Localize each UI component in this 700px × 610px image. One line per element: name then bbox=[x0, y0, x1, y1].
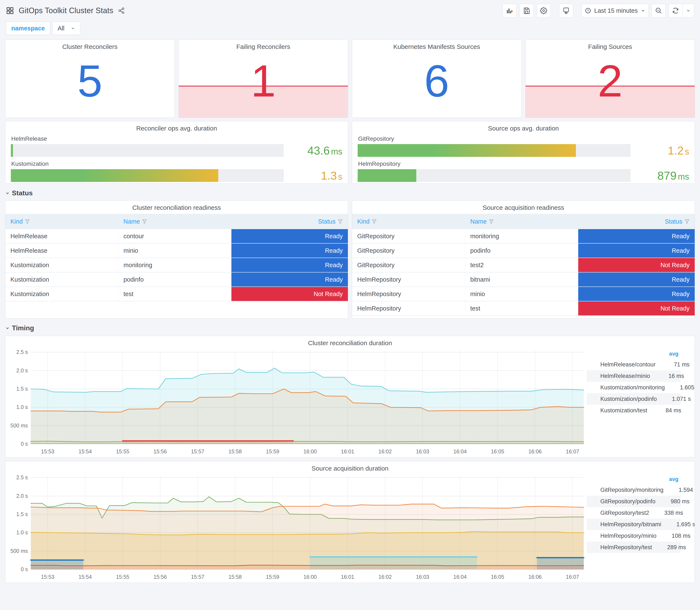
gauge-value: 879ms bbox=[636, 169, 689, 182]
stat-panel-3: Kubernetes Manifests Sources6 bbox=[352, 39, 521, 118]
status-badge: Not Ready bbox=[578, 301, 695, 316]
legend-series-name: HelmRelease/contour bbox=[600, 361, 655, 368]
dashboard-settings-button[interactable] bbox=[537, 4, 551, 17]
svg-text:16:07: 16:07 bbox=[566, 448, 579, 454]
column-header-label: Kind bbox=[357, 218, 370, 225]
filter-funnel-icon[interactable] bbox=[684, 219, 689, 224]
svg-text:16:01: 16:01 bbox=[341, 574, 354, 580]
legend-avg-value: 84 ms bbox=[647, 407, 681, 414]
stat-value: 6 bbox=[352, 59, 521, 103]
share-icon[interactable] bbox=[118, 7, 125, 14]
legend-item[interactable]: GitRepository/test2338 ms bbox=[587, 507, 681, 519]
chevron-down-icon bbox=[641, 8, 646, 13]
stat-panel-2: Failing Reconcilers1 bbox=[179, 39, 348, 118]
svg-text:2.5 s: 2.5 s bbox=[16, 349, 28, 355]
chevron-down-icon bbox=[71, 26, 75, 30]
column-header-name[interactable]: Name bbox=[465, 218, 578, 225]
table-row: HelmReleaseminioReady bbox=[5, 244, 348, 258]
cycle-view-mode-button[interactable] bbox=[559, 4, 573, 17]
stat-panel-4: Failing Sources2 bbox=[525, 39, 695, 118]
gauge-value: 1.2s bbox=[636, 144, 689, 157]
svg-text:16:00: 16:00 bbox=[304, 574, 317, 580]
namespace-variable-select[interactable]: All bbox=[52, 22, 80, 35]
column-header-status[interactable]: Status bbox=[231, 218, 348, 225]
table-row: HelmRepositoryminioReady bbox=[352, 287, 695, 301]
chart-legend: avgGitRepository/monitoring1.594 sGitRep… bbox=[587, 472, 687, 553]
time-series-plot[interactable]: 15:5315:5415:5515:5615:5715:5815:5916:00… bbox=[5, 347, 587, 457]
stat-panel-title: Failing Reconcilers bbox=[179, 40, 348, 50]
timing-section-header[interactable]: Timing bbox=[5, 324, 695, 332]
legend-avg-value: 980 ms bbox=[655, 498, 689, 505]
gauge-panel-title: Reconciler ops avg. duration bbox=[11, 122, 342, 132]
chevron-down-icon bbox=[5, 326, 10, 331]
cell-kind: HelmRepository bbox=[352, 272, 465, 287]
legend-item[interactable]: HelmRelease/contour71 ms bbox=[587, 359, 681, 370]
cell-name: test bbox=[465, 301, 578, 316]
svg-text:2.5 s: 2.5 s bbox=[16, 475, 28, 480]
svg-text:2.0 s: 2.0 s bbox=[16, 493, 28, 499]
gauge-value-unit: s bbox=[338, 172, 342, 181]
legend-item[interactable]: HelmRepository/minio108 ms bbox=[587, 530, 681, 542]
column-header-label: Status bbox=[665, 218, 682, 225]
refresh-interval-dropdown[interactable] bbox=[683, 4, 694, 17]
add-panel-button[interactable] bbox=[503, 4, 517, 17]
cell-name: podinfo bbox=[118, 272, 231, 287]
chart-panel-1: Cluster reconciliation duration15:5315:5… bbox=[5, 336, 695, 458]
svg-text:16:07: 16:07 bbox=[566, 574, 579, 580]
svg-text:2.0 s: 2.0 s bbox=[16, 368, 28, 373]
filter-funnel-icon[interactable] bbox=[372, 219, 377, 224]
table-header-row: KindNameStatus bbox=[352, 214, 695, 229]
refresh-button[interactable] bbox=[669, 4, 683, 17]
readiness-table: KindNameStatusGitRepositorymonitoringRea… bbox=[352, 214, 695, 316]
page-title: GitOps Toolkit Cluster Stats bbox=[19, 6, 113, 15]
legend-item[interactable]: GitRepository/monitoring1.594 s bbox=[587, 484, 681, 496]
zoom-out-time-button[interactable] bbox=[652, 4, 666, 17]
gauge-bar-fill bbox=[11, 169, 218, 182]
legend-series-name: HelmRepository/test bbox=[600, 544, 652, 551]
column-header-name[interactable]: Name bbox=[118, 218, 231, 225]
legend-item[interactable]: Kustomization/test84 ms bbox=[587, 405, 681, 416]
svg-text:15:53: 15:53 bbox=[41, 574, 54, 580]
gauge-bar-fill bbox=[358, 169, 416, 182]
svg-text:16:00: 16:00 bbox=[304, 448, 317, 454]
legend-series-name: GitRepository/podinfo bbox=[600, 498, 655, 505]
time-series-plot[interactable]: 15:5315:5415:5515:5615:5715:5815:5916:00… bbox=[5, 472, 587, 582]
column-header-kind[interactable]: Kind bbox=[5, 218, 118, 225]
cell-kind: GitRepository bbox=[352, 258, 465, 272]
table-panel-1: Cluster reconciliation readinessKindName… bbox=[5, 200, 348, 319]
column-header-kind[interactable]: Kind bbox=[352, 218, 465, 225]
filter-funnel-icon[interactable] bbox=[142, 219, 147, 224]
legend-item[interactable]: HelmRelease/minio16 ms bbox=[587, 370, 681, 382]
dashboards-grid-icon[interactable] bbox=[6, 6, 14, 15]
legend-item[interactable]: GitRepository/podinfo980 ms bbox=[587, 496, 681, 507]
cell-name: test2 bbox=[465, 258, 578, 272]
table-header-row: KindNameStatus bbox=[5, 214, 348, 229]
gauge-row: 43.6ms bbox=[11, 144, 342, 157]
cell-name: bitnami bbox=[465, 272, 578, 287]
clock-icon bbox=[585, 7, 591, 14]
status-badge: Ready bbox=[578, 272, 695, 287]
filter-funnel-icon[interactable] bbox=[338, 219, 343, 224]
svg-text:15:54: 15:54 bbox=[79, 448, 92, 454]
svg-text:0 s: 0 s bbox=[21, 566, 28, 572]
namespace-variable-label: namespace bbox=[6, 22, 50, 35]
column-header-status[interactable]: Status bbox=[578, 218, 695, 225]
time-range-picker[interactable]: Last 15 minutes bbox=[582, 4, 649, 17]
legend-avg-value: 16 ms bbox=[650, 373, 684, 380]
legend-item[interactable]: HelmRepository/test289 ms bbox=[587, 542, 681, 553]
legend-item[interactable]: Kustomization/podinfo1.071 s bbox=[587, 393, 681, 405]
legend-item[interactable]: Kustomization/monitoring1.605 s bbox=[587, 382, 681, 393]
status-section-header[interactable]: Status bbox=[5, 189, 695, 197]
column-header-label: Status bbox=[318, 218, 336, 225]
save-dashboard-button[interactable] bbox=[520, 4, 534, 17]
legend-avg-value: 71 ms bbox=[655, 361, 689, 368]
gauge-bar-track bbox=[11, 144, 284, 157]
gauge-bar-fill bbox=[11, 144, 13, 157]
table-row: KustomizationmonitoringReady bbox=[5, 258, 348, 272]
legend-item[interactable]: HelmRepository/bitnami1.695 s bbox=[587, 519, 681, 530]
status-badge: Not Ready bbox=[231, 287, 348, 301]
chart-body: 15:5315:5415:5515:5615:5715:5815:5916:00… bbox=[5, 472, 695, 582]
status-badge: Ready bbox=[231, 244, 348, 258]
filter-funnel-icon[interactable] bbox=[489, 219, 494, 224]
filter-funnel-icon[interactable] bbox=[25, 219, 30, 224]
